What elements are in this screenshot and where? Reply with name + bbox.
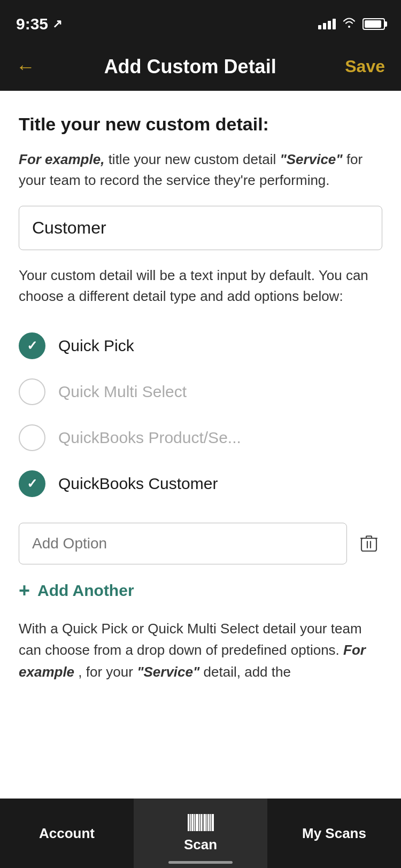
plus-icon: + — [19, 579, 30, 602]
radio-item-quick-pick[interactable]: Quick Pick — [19, 323, 382, 369]
radio-quickbooks-customer[interactable] — [19, 470, 45, 497]
tab-my-scans-label: My Scans — [302, 825, 366, 842]
tab-scan-label: Scan — [184, 836, 217, 853]
status-icons — [318, 17, 385, 31]
status-time: 9:35 ↗ — [16, 15, 62, 33]
save-button[interactable]: Save — [345, 57, 385, 76]
add-option-input[interactable] — [19, 523, 347, 564]
radio-quickbooks-product[interactable] — [19, 424, 45, 451]
radio-quick-pick[interactable] — [19, 332, 45, 359]
main-content: Title your new custom detail: For exampl… — [0, 91, 401, 704]
add-another-button[interactable]: + Add Another — [19, 579, 382, 602]
add-option-row — [19, 523, 382, 564]
section-title: Title your new custom detail: — [19, 112, 382, 136]
bottom-description: With a Quick Pick or Quick Multi Select … — [19, 618, 382, 683]
svg-rect-0 — [361, 538, 376, 551]
tab-account[interactable]: Account — [0, 799, 134, 868]
signal-icon — [318, 19, 336, 29]
description-text: For example, title your new custom detai… — [19, 149, 382, 191]
home-indicator — [168, 861, 233, 864]
sub-description: Your custom detail will be a text input … — [19, 265, 382, 307]
radio-quick-multi-select[interactable] — [19, 378, 45, 405]
description-bold: For example, — [19, 151, 104, 167]
tab-bar: Account Scan My Scans — [0, 799, 401, 868]
nav-header: ← Add Custom Detail Save — [0, 43, 401, 91]
radio-item-quick-multi-select[interactable]: Quick Multi Select — [19, 369, 382, 415]
page-title: Add Custom Detail — [104, 56, 276, 78]
option-type-group: Quick Pick Quick Multi Select QuickBooks… — [19, 323, 382, 507]
tab-scan[interactable]: Scan — [134, 799, 267, 868]
description-example: "Service" — [280, 151, 342, 167]
scan-icon — [188, 814, 214, 831]
custom-detail-title-input[interactable] — [19, 206, 382, 250]
radio-label-quickbooks-customer: QuickBooks Customer — [58, 475, 218, 493]
tab-account-label: Account — [39, 825, 95, 842]
radio-label-quick-pick: Quick Pick — [58, 337, 134, 355]
radio-item-quickbooks-product[interactable]: QuickBooks Product/Se... — [19, 415, 382, 461]
add-another-label: Add Another — [37, 582, 134, 600]
back-button[interactable]: ← — [16, 56, 35, 78]
location-icon: ↗ — [52, 17, 62, 31]
delete-option-button[interactable] — [356, 530, 382, 557]
tab-my-scans[interactable]: My Scans — [267, 799, 401, 868]
battery-icon — [363, 18, 385, 30]
radio-item-quickbooks-customer[interactable]: QuickBooks Customer — [19, 461, 382, 507]
radio-label-quickbooks-product: QuickBooks Product/Se... — [58, 429, 241, 447]
status-bar: 9:35 ↗ — [0, 0, 401, 43]
radio-label-quick-multi-select: Quick Multi Select — [58, 383, 187, 401]
wifi-icon — [342, 17, 356, 31]
